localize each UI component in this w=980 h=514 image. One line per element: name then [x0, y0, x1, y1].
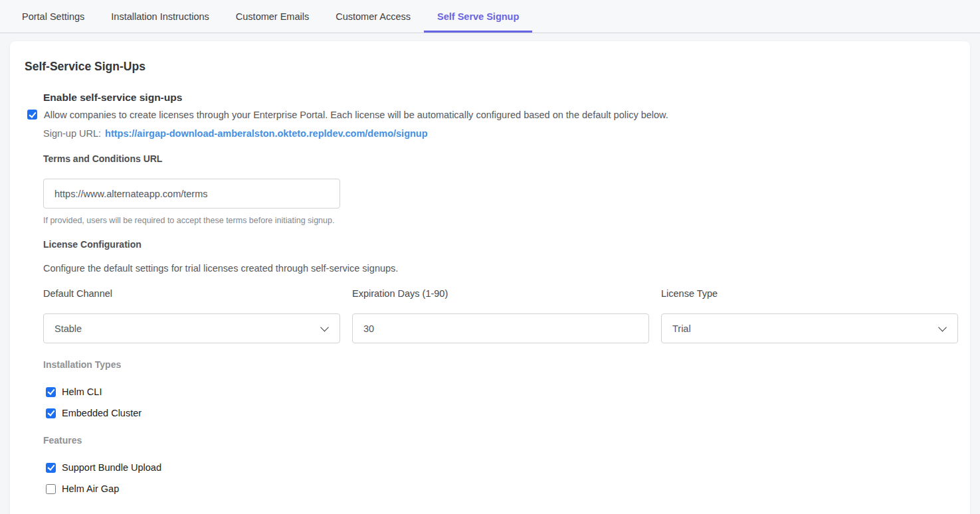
default-channel-select[interactable]: Stable [43, 313, 340, 343]
signup-url-label: Sign-up URL: [43, 127, 101, 140]
helm-air-gap-checkbox[interactable] [46, 484, 56, 494]
installation-type-helm-cli-row[interactable]: Helm CLI [43, 385, 958, 399]
expiration-days-label: Expiration Days (1-90) [352, 287, 649, 300]
support-bundle-upload-label: Support Bundle Upload [62, 462, 161, 473]
feature-helm-air-gap-row[interactable]: Helm Air Gap [43, 481, 958, 496]
tab-installation-instructions[interactable]: Installation Instructions [98, 0, 223, 33]
installation-type-embedded-cluster-row[interactable]: Embedded Cluster [43, 406, 958, 420]
expiration-days-input[interactable] [352, 313, 649, 343]
tab-portal-settings[interactable]: Portal Settings [9, 0, 98, 33]
page-title: Self-Service Sign-Ups [25, 60, 958, 74]
features-label: Features [43, 434, 958, 447]
license-type-select[interactable]: Trial [661, 313, 958, 343]
enable-signups-heading: Enable self-service sign-ups [43, 91, 958, 104]
tab-self-serve-signup[interactable]: Self Serve Signup [424, 0, 532, 33]
embedded-cluster-label: Embedded Cluster [62, 408, 142, 418]
terms-url-label: Terms and Conditions URL [43, 152, 958, 165]
enable-signups-description: Allow companies to create licenses throu… [44, 108, 668, 122]
signup-url-row: Sign-up URL: https://airgap-download-amb… [43, 127, 958, 140]
terms-url-input[interactable] [43, 179, 340, 209]
feature-support-bundle-upload-row[interactable]: Support Bundle Upload [43, 460, 958, 475]
helm-air-gap-label: Helm Air Gap [62, 483, 119, 494]
terms-url-help-text: If provided, users will be required to a… [43, 215, 958, 226]
tab-customer-emails[interactable]: Customer Emails [223, 0, 322, 33]
license-type-label: License Type [661, 287, 958, 300]
tab-customer-access[interactable]: Customer Access [322, 0, 424, 33]
helm-cli-checkbox[interactable] [46, 387, 56, 397]
embedded-cluster-checkbox[interactable] [46, 408, 56, 418]
enable-signups-checkbox[interactable] [27, 110, 37, 120]
self-serve-signup-panel: Self-Service Sign-Ups Enable self-servic… [10, 41, 970, 514]
license-configuration-description: Configure the default settings for trial… [43, 262, 958, 275]
enable-signups-row: Allow companies to create licenses throu… [43, 108, 958, 122]
license-config-grid: Default Channel Stable Expiration Days (… [43, 287, 958, 343]
license-configuration-label: License Configuration [43, 238, 958, 251]
helm-cli-label: Helm CLI [62, 386, 102, 397]
installation-types-label: Installation Types [43, 358, 958, 371]
support-bundle-upload-checkbox[interactable] [46, 463, 56, 473]
signup-url-link[interactable]: https://airgap-download-amberalston.okte… [105, 127, 428, 140]
tab-bar: Portal Settings Installation Instruction… [0, 0, 980, 33]
default-channel-label: Default Channel [43, 287, 340, 300]
